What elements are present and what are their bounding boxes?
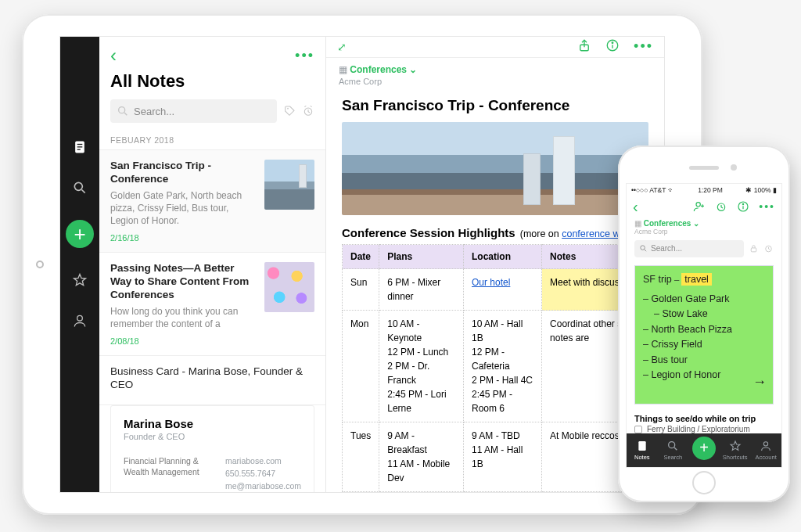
ipad-home-button[interactable] — [36, 261, 44, 268]
checkbox-icon[interactable] — [634, 426, 642, 433]
bizcard-line: Financial Planning & Wealth Management — [124, 455, 209, 492]
add-person-icon[interactable] — [693, 200, 706, 213]
svg-line-22 — [645, 250, 646, 251]
phone-note-title: Things to see/do while on trip — [627, 409, 781, 425]
note-item[interactable]: Passing Notes—A Better Way to Share Cont… — [99, 252, 325, 355]
list-title: All Notes — [110, 71, 314, 92]
svg-marker-28 — [731, 441, 740, 450]
note-detail-title: San Francisco Trip - Conference — [326, 86, 664, 122]
note-snippet: Golden Gate Park, North beach pizza, Cri… — [110, 189, 257, 228]
tag-icon[interactable] — [283, 105, 296, 117]
back-icon[interactable]: ‹ — [110, 45, 117, 66]
note-snippet: How long do you think you can remember t… — [110, 305, 257, 330]
note-title: San Francisco Trip - Conference — [110, 160, 257, 186]
tab-new[interactable]: + — [688, 433, 720, 467]
search-icon — [639, 244, 648, 253]
iphone-device: ••○○○ AT&T ᯤ 1:20 PM ✱ 100% ▮ ‹ ••• ▦ Co… — [618, 146, 790, 502]
sidebar-rail: + — [60, 37, 99, 492]
svg-rect-2 — [77, 146, 83, 147]
svg-point-21 — [641, 246, 645, 250]
svg-point-7 — [77, 315, 83, 321]
tab-account[interactable]: Account — [750, 433, 781, 467]
info-icon[interactable] — [737, 200, 749, 213]
tab-bar: Notes Search + Shortcuts Account — [627, 433, 781, 467]
search-input[interactable]: Search... — [110, 99, 277, 123]
svg-point-15 — [612, 42, 613, 44]
note-detail-pane: ⤢ ••• ▦ Conferences ⌄ Acme Corp San Fran… — [326, 37, 664, 492]
hero-image — [342, 122, 648, 216]
shortcuts-icon[interactable] — [71, 271, 88, 289]
tab-notes[interactable]: Notes — [627, 433, 658, 467]
breadcrumb[interactable]: ▦ Conferences ⌄ Acme Corp — [326, 58, 664, 86]
lock-icon[interactable] — [749, 243, 759, 253]
schedule-table: Date Plans Location Notes Sun 6 PM - Mix… — [342, 244, 653, 492]
svg-point-4 — [74, 182, 82, 190]
new-note-button[interactable]: + — [66, 220, 94, 248]
hotel-link[interactable]: Our hotel — [472, 277, 510, 288]
tab-search[interactable]: Search — [658, 433, 689, 467]
svg-rect-25 — [638, 441, 645, 451]
table-row: Tues 9 AM - Breakfast 11 AM - Mobile Dev… — [343, 422, 653, 492]
tab-shortcuts[interactable]: Shortcuts — [720, 433, 751, 467]
status-bar: ••○○○ AT&T ᯤ 1:20 PM ✱ 100% ▮ — [627, 184, 781, 196]
share-icon[interactable] — [577, 38, 591, 55]
svg-marker-6 — [74, 275, 86, 286]
table-row: Sun 6 PM - Mixer dinner Our hotel Meet w… — [343, 269, 653, 311]
svg-rect-3 — [77, 149, 81, 150]
svg-point-26 — [669, 442, 675, 448]
bizcard-name: Marina Bose — [124, 417, 301, 430]
svg-point-29 — [764, 442, 768, 446]
svg-point-20 — [743, 203, 744, 204]
notes-icon[interactable] — [71, 138, 88, 156]
account-icon[interactable] — [71, 312, 88, 329]
svg-point-8 — [119, 107, 125, 113]
search-icon — [117, 105, 129, 117]
back-icon[interactable]: ‹ — [633, 198, 638, 216]
th-plans: Plans — [379, 245, 464, 269]
note-title: Passing Notes—A Better Way to Share Cont… — [110, 262, 257, 302]
expand-icon[interactable]: ⤢ — [337, 41, 347, 53]
sticky-note-image: SF trip – travel Golden Gate Park Stow L… — [634, 265, 774, 405]
search-icon[interactable] — [71, 179, 88, 196]
svg-point-16 — [696, 203, 700, 207]
search-placeholder: Search... — [134, 106, 174, 117]
section-label: FEBUARY 2018 — [99, 131, 325, 149]
business-card: Marina Bose Founder & CEO Financial Plan… — [110, 405, 314, 493]
note-date: 2/08/18 — [110, 336, 257, 346]
note-list-pane: ‹ ••• All Notes Search... FEBUARY 2018 S… — [99, 37, 326, 492]
th-location: Location — [463, 245, 541, 269]
note-thumbnail — [264, 262, 314, 312]
bizcard-role: Founder & CEO — [124, 432, 301, 441]
reminder-icon[interactable] — [763, 243, 774, 253]
todo-item[interactable]: Ferry Building / Exploratorium — [627, 425, 781, 433]
svg-point-10 — [287, 108, 289, 110]
th-date: Date — [343, 245, 379, 269]
svg-line-9 — [124, 113, 127, 115]
svg-rect-23 — [751, 248, 756, 252]
svg-line-5 — [82, 190, 85, 193]
table-row: Mon 10 AM - Keynote 12 PM - Lunch 2 PM -… — [343, 311, 653, 422]
ipad-device: + ‹ ••• All Notes Search... — [22, 14, 702, 515]
breadcrumb[interactable]: ▦ Conferences ⌄ Acme Corp — [627, 217, 781, 237]
search-input[interactable]: Search... — [634, 240, 744, 257]
note-thumbnail — [264, 160, 314, 210]
note-item[interactable]: Business Card - Marina Bose, Founder & C… — [99, 355, 325, 405]
reminder-icon[interactable] — [302, 105, 314, 117]
detail-more-icon[interactable]: ••• — [634, 38, 653, 55]
breadcrumb-sub: Acme Corp — [339, 77, 652, 86]
svg-line-27 — [674, 448, 677, 450]
list-more-icon[interactable]: ••• — [295, 48, 314, 64]
more-icon[interactable]: ••• — [759, 200, 775, 213]
section-heading: Conference Session Highlights — [342, 226, 515, 239]
bizcard-contacts: mariabose.com 650.555.7647 me@mariabose.… — [225, 455, 301, 492]
note-item[interactable]: San Francisco Trip - Conference Golden G… — [99, 149, 325, 252]
note-title: Business Card - Marina Bose, Founder & C… — [110, 365, 314, 392]
reminder-icon[interactable] — [715, 200, 727, 213]
note-date: 2/16/18 — [110, 233, 257, 243]
iphone-home-button[interactable] — [692, 471, 716, 494]
iphone-screen: ••○○○ AT&T ᯤ 1:20 PM ✱ 100% ▮ ‹ ••• ▦ Co… — [626, 183, 782, 468]
info-icon[interactable] — [605, 38, 620, 55]
ipad-screen: + ‹ ••• All Notes Search... — [59, 36, 665, 493]
svg-rect-1 — [77, 144, 83, 145]
